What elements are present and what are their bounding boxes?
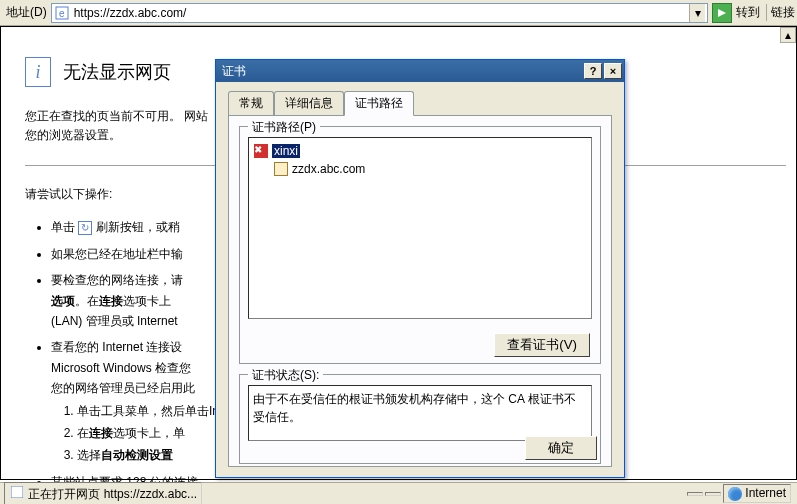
svg-rect-2 [11,486,23,498]
tree-child-row[interactable]: zzdx.abc.com [253,160,587,178]
globe-icon [728,487,742,501]
info-icon: i [25,57,51,87]
scroll-up-button[interactable]: ▴ [780,27,796,43]
help-button[interactable]: ? [584,63,602,79]
page-title: 无法显示网页 [63,60,171,84]
certificate-dialog: 证书 ? × 常规 详细信息 证书路径 证书路径(P) ✖ xinxi zzdx… [215,59,625,478]
address-bar: 地址(D) e https://zzdx.abc.com/ ▾ 转到 链接 [0,0,797,26]
tab-details[interactable]: 详细信息 [274,91,344,116]
url-dropdown[interactable]: ▾ [689,4,705,22]
go-label: 转到 [736,4,760,21]
address-label: 地址(D) [2,4,51,21]
status-zone: Internet [723,484,791,503]
status-loading: 正在打开网页 https://zzdx.abc... [4,482,202,504]
go-button[interactable] [712,3,732,23]
tab-cert-path[interactable]: 证书路径 [344,91,414,116]
tree-root-row[interactable]: ✖ xinxi [253,142,587,160]
status-empty-2 [705,492,721,496]
tab-panel: 证书路径(P) ✖ xinxi zzdx.abc.com 查看证书(V) 证书状… [228,115,612,467]
fieldset-path-legend: 证书路径(P) [248,119,320,136]
refresh-icon: ↻ [78,221,92,235]
dialog-titlebar[interactable]: 证书 ? × [216,60,624,82]
svg-text:e: e [59,8,65,19]
tree-root-label: xinxi [272,144,300,158]
ok-button[interactable]: 确定 [525,436,597,460]
page-icon [9,484,25,500]
cert-tree[interactable]: ✖ xinxi zzdx.abc.com [248,137,592,319]
dialog-title: 证书 [222,63,246,80]
cert-ok-icon [273,161,289,177]
page-icon: e [54,5,70,21]
status-bar: 正在打开网页 https://zzdx.abc... Internet [0,482,797,504]
url-text: https://zzdx.abc.com/ [70,6,689,20]
close-button[interactable]: × [604,63,622,79]
fieldset-status-legend: 证书状态(S): [248,367,323,384]
url-input[interactable]: e https://zzdx.abc.com/ ▾ [51,3,708,23]
links-label[interactable]: 链接 [766,4,795,21]
cert-error-icon: ✖ [253,143,269,159]
fieldset-cert-path: 证书路径(P) ✖ xinxi zzdx.abc.com 查看证书(V) [239,126,601,364]
cert-status-text: 由于不在受信任的根证书颁发机构存储中，这个 CA 根证书不受信任。 [248,385,592,441]
status-empty-1 [687,492,703,496]
view-cert-button[interactable]: 查看证书(V) [494,333,590,357]
tree-child-label: zzdx.abc.com [292,162,365,176]
tab-general[interactable]: 常规 [228,91,274,116]
